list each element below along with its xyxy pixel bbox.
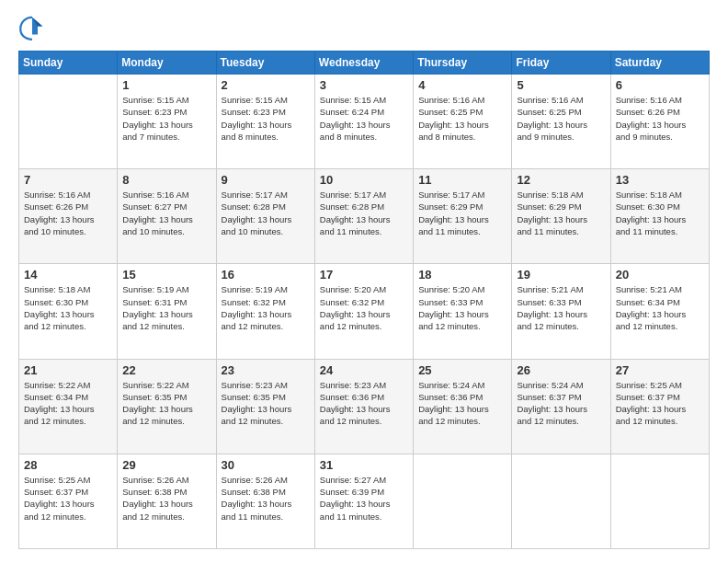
day-info: Sunrise: 5:17 AM Sunset: 6:28 PM Dayligh… bbox=[320, 189, 408, 237]
day-number: 12 bbox=[517, 173, 605, 187]
calendar-cell: 5Sunrise: 5:16 AM Sunset: 6:25 PM Daylig… bbox=[512, 75, 610, 169]
calendar-cell: 24Sunrise: 5:23 AM Sunset: 6:36 PM Dayli… bbox=[314, 359, 413, 454]
day-number: 16 bbox=[222, 268, 310, 282]
day-info: Sunrise: 5:24 AM Sunset: 6:36 PM Dayligh… bbox=[418, 379, 506, 428]
weekday-header-monday: Monday bbox=[118, 52, 216, 75]
calendar-cell: 29Sunrise: 5:26 AM Sunset: 6:38 PM Dayli… bbox=[118, 454, 216, 548]
day-number: 28 bbox=[24, 458, 112, 472]
day-info: Sunrise: 5:18 AM Sunset: 6:30 PM Dayligh… bbox=[616, 189, 704, 237]
day-info: Sunrise: 5:16 AM Sunset: 6:25 PM Dayligh… bbox=[418, 94, 506, 143]
day-number: 4 bbox=[418, 78, 506, 92]
day-number: 27 bbox=[616, 363, 704, 377]
day-number: 23 bbox=[222, 363, 310, 377]
day-info: Sunrise: 5:15 AM Sunset: 6:23 PM Dayligh… bbox=[122, 94, 210, 143]
day-info: Sunrise: 5:22 AM Sunset: 6:34 PM Dayligh… bbox=[24, 379, 112, 428]
calendar-cell: 20Sunrise: 5:21 AM Sunset: 6:34 PM Dayli… bbox=[610, 264, 709, 359]
calendar-cell: 19Sunrise: 5:21 AM Sunset: 6:33 PM Dayli… bbox=[512, 264, 610, 359]
day-number: 11 bbox=[418, 173, 506, 187]
weekday-header-sunday: Sunday bbox=[19, 52, 118, 75]
day-number: 2 bbox=[222, 78, 310, 92]
week-row-5: 28Sunrise: 5:25 AM Sunset: 6:37 PM Dayli… bbox=[19, 454, 710, 548]
day-number: 24 bbox=[320, 363, 408, 377]
day-number: 3 bbox=[320, 78, 408, 92]
day-number: 22 bbox=[122, 363, 210, 377]
calendar-cell: 30Sunrise: 5:26 AM Sunset: 6:38 PM Dayli… bbox=[216, 454, 314, 548]
day-number: 10 bbox=[320, 173, 408, 187]
calendar-cell: 10Sunrise: 5:17 AM Sunset: 6:28 PM Dayli… bbox=[314, 169, 413, 264]
day-number: 18 bbox=[418, 268, 506, 282]
calendar-cell: 27Sunrise: 5:25 AM Sunset: 6:37 PM Dayli… bbox=[610, 359, 709, 454]
day-number: 29 bbox=[122, 458, 210, 472]
day-info: Sunrise: 5:23 AM Sunset: 6:35 PM Dayligh… bbox=[222, 379, 310, 428]
calendar-cell: 6Sunrise: 5:16 AM Sunset: 6:26 PM Daylig… bbox=[610, 75, 709, 169]
calendar-cell: 23Sunrise: 5:23 AM Sunset: 6:35 PM Dayli… bbox=[216, 359, 314, 454]
logo-icon bbox=[18, 14, 46, 41]
calendar-cell: 3Sunrise: 5:15 AM Sunset: 6:24 PM Daylig… bbox=[314, 75, 413, 169]
day-info: Sunrise: 5:21 AM Sunset: 6:34 PM Dayligh… bbox=[616, 283, 704, 332]
day-number: 7 bbox=[24, 173, 112, 187]
day-number: 14 bbox=[24, 268, 112, 282]
calendar-cell: 9Sunrise: 5:17 AM Sunset: 6:28 PM Daylig… bbox=[216, 169, 314, 264]
page: SundayMondayTuesdayWednesdayThursdayFrid… bbox=[0, 0, 728, 563]
day-info: Sunrise: 5:19 AM Sunset: 6:31 PM Dayligh… bbox=[122, 283, 210, 332]
day-info: Sunrise: 5:24 AM Sunset: 6:37 PM Dayligh… bbox=[517, 379, 605, 428]
day-info: Sunrise: 5:25 AM Sunset: 6:37 PM Dayligh… bbox=[24, 474, 112, 523]
weekday-header-saturday: Saturday bbox=[610, 52, 709, 75]
day-info: Sunrise: 5:15 AM Sunset: 6:23 PM Dayligh… bbox=[222, 94, 310, 143]
calendar-cell: 2Sunrise: 5:15 AM Sunset: 6:23 PM Daylig… bbox=[216, 75, 314, 169]
calendar-cell: 16Sunrise: 5:19 AM Sunset: 6:32 PM Dayli… bbox=[216, 264, 314, 359]
calendar-cell: 22Sunrise: 5:22 AM Sunset: 6:35 PM Dayli… bbox=[118, 359, 216, 454]
day-info: Sunrise: 5:16 AM Sunset: 6:26 PM Dayligh… bbox=[616, 94, 704, 143]
calendar-table: SundayMondayTuesdayWednesdayThursdayFrid… bbox=[18, 51, 710, 549]
logo bbox=[18, 14, 50, 41]
calendar-cell: 13Sunrise: 5:18 AM Sunset: 6:30 PM Dayli… bbox=[610, 169, 709, 264]
day-info: Sunrise: 5:16 AM Sunset: 6:27 PM Dayligh… bbox=[122, 189, 210, 237]
day-number: 8 bbox=[122, 173, 210, 187]
day-number: 30 bbox=[222, 458, 310, 472]
day-number: 20 bbox=[616, 268, 704, 282]
day-number: 17 bbox=[320, 268, 408, 282]
day-info: Sunrise: 5:18 AM Sunset: 6:29 PM Dayligh… bbox=[517, 189, 605, 237]
week-row-3: 14Sunrise: 5:18 AM Sunset: 6:30 PM Dayli… bbox=[19, 264, 710, 359]
day-number: 26 bbox=[517, 363, 605, 377]
calendar-cell: 26Sunrise: 5:24 AM Sunset: 6:37 PM Dayli… bbox=[512, 359, 610, 454]
day-info: Sunrise: 5:27 AM Sunset: 6:39 PM Dayligh… bbox=[320, 474, 408, 523]
calendar-cell bbox=[19, 75, 118, 169]
weekday-header-tuesday: Tuesday bbox=[216, 52, 314, 75]
day-info: Sunrise: 5:21 AM Sunset: 6:33 PM Dayligh… bbox=[517, 283, 605, 332]
weekday-header-friday: Friday bbox=[512, 52, 610, 75]
calendar-cell: 14Sunrise: 5:18 AM Sunset: 6:30 PM Dayli… bbox=[19, 264, 118, 359]
day-number: 15 bbox=[122, 268, 210, 282]
calendar-cell: 25Sunrise: 5:24 AM Sunset: 6:36 PM Dayli… bbox=[414, 359, 512, 454]
weekday-header-row: SundayMondayTuesdayWednesdayThursdayFrid… bbox=[19, 52, 710, 75]
day-number: 1 bbox=[122, 78, 210, 92]
day-info: Sunrise: 5:17 AM Sunset: 6:28 PM Dayligh… bbox=[222, 189, 310, 237]
calendar-cell: 18Sunrise: 5:20 AM Sunset: 6:33 PM Dayli… bbox=[414, 264, 512, 359]
day-info: Sunrise: 5:20 AM Sunset: 6:33 PM Dayligh… bbox=[418, 283, 506, 332]
week-row-2: 7Sunrise: 5:16 AM Sunset: 6:26 PM Daylig… bbox=[19, 169, 710, 264]
day-info: Sunrise: 5:25 AM Sunset: 6:37 PM Dayligh… bbox=[616, 379, 704, 428]
day-info: Sunrise: 5:15 AM Sunset: 6:24 PM Dayligh… bbox=[320, 94, 408, 143]
calendar-cell: 28Sunrise: 5:25 AM Sunset: 6:37 PM Dayli… bbox=[19, 454, 118, 548]
day-info: Sunrise: 5:16 AM Sunset: 6:25 PM Dayligh… bbox=[517, 94, 605, 143]
weekday-header-thursday: Thursday bbox=[414, 52, 512, 75]
day-info: Sunrise: 5:20 AM Sunset: 6:32 PM Dayligh… bbox=[320, 283, 408, 332]
day-number: 6 bbox=[616, 78, 704, 92]
day-number: 31 bbox=[320, 458, 408, 472]
day-info: Sunrise: 5:23 AM Sunset: 6:36 PM Dayligh… bbox=[320, 379, 408, 428]
day-number: 5 bbox=[517, 78, 605, 92]
calendar-cell bbox=[414, 454, 512, 548]
day-number: 9 bbox=[222, 173, 310, 187]
calendar-cell: 7Sunrise: 5:16 AM Sunset: 6:26 PM Daylig… bbox=[19, 169, 118, 264]
calendar-cell: 15Sunrise: 5:19 AM Sunset: 6:31 PM Dayli… bbox=[118, 264, 216, 359]
calendar-cell bbox=[610, 454, 709, 548]
day-number: 19 bbox=[517, 268, 605, 282]
calendar-cell: 17Sunrise: 5:20 AM Sunset: 6:32 PM Dayli… bbox=[314, 264, 413, 359]
day-number: 25 bbox=[418, 363, 506, 377]
calendar-cell: 11Sunrise: 5:17 AM Sunset: 6:29 PM Dayli… bbox=[414, 169, 512, 264]
calendar-cell: 12Sunrise: 5:18 AM Sunset: 6:29 PM Dayli… bbox=[512, 169, 610, 264]
day-info: Sunrise: 5:19 AM Sunset: 6:32 PM Dayligh… bbox=[222, 283, 310, 332]
day-number: 21 bbox=[24, 363, 112, 377]
day-info: Sunrise: 5:17 AM Sunset: 6:29 PM Dayligh… bbox=[418, 189, 506, 237]
weekday-header-wednesday: Wednesday bbox=[314, 52, 413, 75]
